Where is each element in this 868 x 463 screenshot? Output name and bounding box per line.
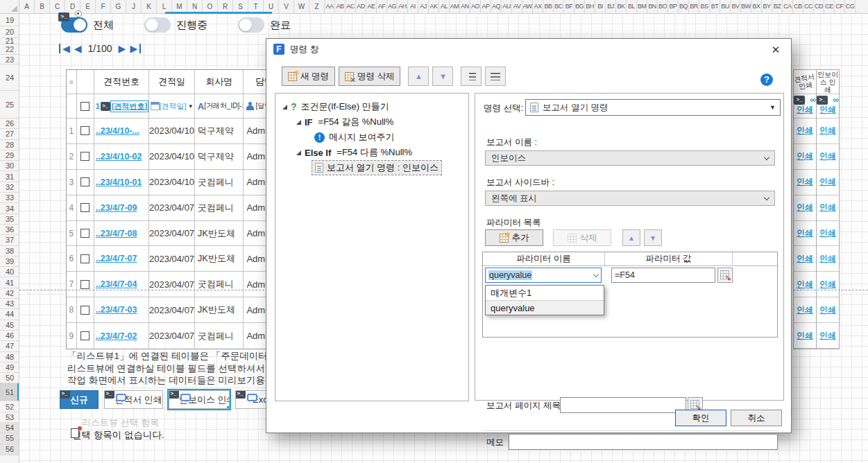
first-page-icon[interactable]: ◀ (62, 43, 70, 54)
tree-item-if[interactable]: IF =F54 같음 %Null% (278, 114, 466, 130)
print-link[interactable]: 인쇄 (797, 253, 813, 265)
column-header-F[interactable]: F (96, 0, 111, 14)
column-header-CC[interactable]: CC (803, 0, 814, 14)
row-checkbox[interactable] (77, 246, 94, 271)
column-header-BW[interactable]: BW (741, 0, 751, 14)
print-link[interactable]: 인쇄 (797, 150, 813, 162)
row-checkbox[interactable] (77, 272, 94, 297)
column-header-W[interactable]: W (294, 0, 309, 14)
column-header-AB[interactable]: AB (335, 0, 346, 14)
row-header-22[interactable]: 22 (0, 44, 19, 55)
row-checkbox[interactable] (77, 323, 94, 349)
parameter-up-button[interactable]: ▲ (622, 229, 640, 246)
column-header-C[interactable]: C (50, 0, 65, 14)
print-invoice-button[interactable]: >_ 인보이스 인쇄 (169, 390, 230, 409)
column-header-BO[interactable]: BO (658, 0, 668, 14)
row-header-49[interactable]: 49 (0, 362, 19, 373)
row-header-21[interactable]: 21 (0, 38, 19, 44)
toggle-inprogress[interactable] (144, 17, 171, 33)
row-header-31[interactable]: 31 (0, 171, 19, 182)
row-header-42[interactable]: 42 (0, 288, 19, 299)
column-header-AM[interactable]: AM (450, 0, 460, 14)
quote-no-link[interactable]: ..23/4/7-09 (96, 203, 137, 213)
row-header-51[interactable]: 51 (0, 383, 19, 401)
column-header-CA[interactable]: CA (783, 0, 793, 14)
print-link[interactable]: 인쇄 (797, 227, 813, 239)
print-link[interactable]: 인쇄 (819, 150, 836, 162)
row-header-53[interactable]: 53 (0, 412, 19, 423)
expander-icon[interactable] (296, 120, 301, 125)
print-link[interactable]: 인쇄 (819, 227, 836, 239)
column-header-AP[interactable]: AP (481, 0, 491, 14)
quote-no-link[interactable]: ..23/4/10-... (96, 126, 139, 136)
dialog-titlebar[interactable]: F 명령 창 (266, 39, 791, 60)
row-checkbox[interactable] (77, 221, 94, 246)
column-header-AG[interactable]: AG (387, 0, 398, 14)
tree-item-open-report[interactable]: 보고서 열기 명령 : 인보이스 (278, 160, 466, 175)
row-header-41[interactable]: 41 (0, 277, 19, 288)
column-header-BQ[interactable]: BQ (679, 0, 689, 14)
column-header-AA[interactable]: AA (325, 0, 335, 14)
column-header-AH[interactable]: AH (398, 0, 408, 14)
column-header-AI[interactable]: AI (408, 0, 418, 14)
column-header-BU[interactable]: BU (720, 0, 731, 14)
row-header-35[interactable]: 35 (0, 214, 19, 225)
memo-input[interactable] (509, 434, 778, 450)
select-all-corner[interactable] (0, 0, 19, 14)
delete-parameter-button[interactable]: 삭제 (553, 229, 611, 246)
print-link[interactable]: 인쇄 (797, 104, 813, 116)
parameter-down-button[interactable]: ▼ (644, 229, 662, 246)
quote-no-field-chip[interactable]: [견적번호] (110, 101, 148, 112)
tree-item-message[interactable]: ! 메시지 보여주기 (278, 130, 466, 145)
column-header-E[interactable]: E (80, 0, 96, 14)
print-link[interactable]: 인쇄 (819, 330, 836, 342)
column-header-CG[interactable]: CG (845, 0, 856, 14)
row-header-55[interactable]: 55 (0, 433, 19, 444)
print-link[interactable]: 인쇄 (797, 125, 813, 137)
formula-picker-button[interactable]: ↘ (717, 268, 733, 283)
row-checkbox[interactable] (77, 119, 94, 143)
designer-date-field[interactable]: [견적일] ▼ (149, 94, 195, 118)
column-header-BJ[interactable]: BJ (606, 0, 616, 14)
column-header-A[interactable]: A (19, 0, 35, 14)
column-header-BR[interactable]: BR (689, 0, 699, 14)
row-header-54[interactable]: 54 (0, 423, 19, 433)
close-icon[interactable]: ✕ (769, 43, 783, 57)
row-header-24[interactable]: 24 (0, 64, 19, 91)
column-header-AE[interactable]: AE (366, 0, 377, 14)
new-command-button[interactable]: ✶ 새 명령 (282, 67, 335, 86)
row-header-39[interactable]: 39 (0, 256, 19, 267)
quote-no-link[interactable]: ..23/4/7-02 (96, 331, 137, 341)
row-header-50[interactable]: 50 (0, 373, 19, 383)
dropdown-option-queryvalue[interactable]: queryvalue (486, 300, 604, 315)
column-header-BF[interactable]: BF (564, 0, 575, 14)
print-link[interactable]: 인쇄 (819, 253, 836, 265)
row-header-38[interactable]: 38 (0, 246, 19, 256)
report-name-combo[interactable]: 인보이스 (485, 150, 775, 166)
print-link[interactable]: 인쇄 (797, 279, 813, 290)
row-header-32[interactable]: 32 (0, 182, 19, 193)
quote-no-link[interactable]: ..23/4/10-02 (96, 152, 142, 161)
print-link[interactable]: 인쇄 (797, 202, 813, 213)
column-header-B[interactable]: B (35, 0, 50, 14)
cancel-button[interactable]: 취소 (731, 410, 782, 426)
column-header-K[interactable]: K (142, 0, 157, 14)
column-header-BB[interactable]: BB (543, 0, 554, 14)
quote-no-link[interactable]: ..23/4/7-07 (96, 254, 137, 263)
row-checkbox[interactable] (77, 170, 94, 195)
print-quote-button[interactable]: >_ 견적서 인쇄 (104, 390, 163, 409)
page-title-input[interactable] (560, 397, 686, 413)
designer-company-field[interactable]: A [거래처_ID]->[회 (195, 94, 244, 118)
column-header-BG[interactable]: BG (575, 0, 585, 14)
prev-page-icon[interactable]: ◀ (74, 43, 82, 54)
designer-quote-field[interactable]: 1 >_ [견적번호] (94, 94, 150, 118)
column-header-CB[interactable]: CB (793, 0, 803, 14)
move-up-button[interactable]: ▲ (408, 67, 429, 86)
indent-button[interactable] (461, 67, 482, 86)
row-header-28[interactable]: 28 (0, 140, 19, 150)
print-link[interactable]: 인쇄 (819, 279, 836, 290)
column-header-CE[interactable]: CE (824, 0, 835, 14)
column-header-AU[interactable]: AU (502, 0, 512, 14)
date-field-label[interactable]: [견적일] (160, 101, 187, 112)
quote-no-header[interactable]: 견적번호 (94, 70, 150, 94)
